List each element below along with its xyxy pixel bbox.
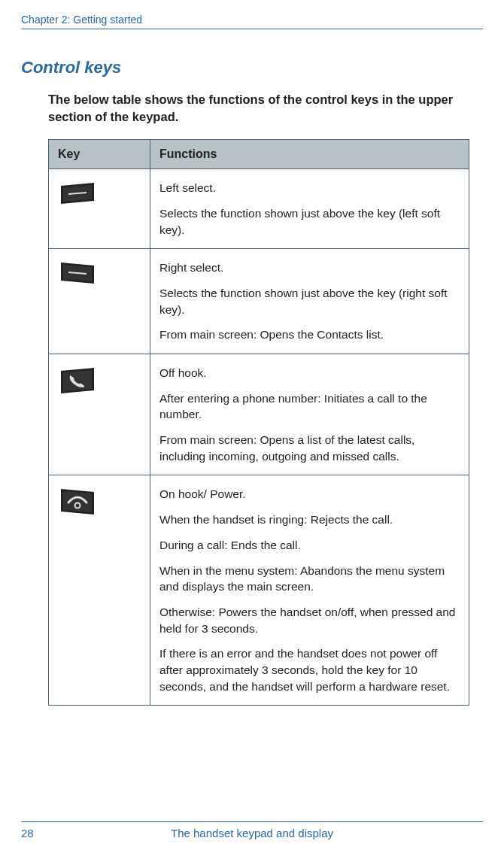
page-number: 28 [21,827,48,839]
cell-text: After entering a phone number: Initiates… [159,390,460,423]
table-row: Off hook. After entering a phone number:… [49,354,469,475]
page-footer: 28 The handset keypad and display [21,821,483,850]
cell-text: Selects the function shown just above th… [159,285,460,317]
cell-text: During a call: Ends the call. [159,537,460,554]
cell-text: On hook/ Power. [159,486,460,502]
table-row: Left select. Selects the function shown … [49,169,469,249]
svg-marker-7 [63,370,92,391]
left-select-key-icon [59,183,96,210]
table-header-functions: Functions [150,140,469,169]
cell-text: From main screen: Opens the Contacts lis… [159,326,460,343]
table-row: On hook/ Power. When the handset is ring… [49,475,469,706]
cell-text: Otherwise: Powers the handset on/off, wh… [159,604,460,636]
cell-text: Left select. [159,180,460,196]
control-keys-table: Key Functions Left select. [48,139,469,706]
table-header-key: Key [49,140,150,169]
cell-text: When the handset is ringing: Rejects the… [159,512,460,528]
svg-marker-9 [63,491,92,512]
cell-text: Right select. [159,260,460,276]
footer-title: The handset keypad and display [48,827,483,839]
table-row: Right select. Selects the function shown… [49,249,469,354]
section-intro: The below table shows the functions of t… [48,91,483,126]
cell-text: When in the menu system: Abandons the me… [159,563,460,595]
cell-text: From main screen: Opens a list of the la… [159,432,460,464]
off-hook-key-icon [59,368,96,399]
chapter-header: Chapter 2: Getting started [21,14,483,29]
on-hook-power-key-icon [59,489,96,521]
cell-text: Selects the function shown just above th… [159,205,460,238]
section-title: Control keys [21,58,483,77]
cell-text: Off hook. [159,365,460,381]
right-select-key-icon [59,263,96,290]
cell-text: If there is an error and the handset doe… [159,645,460,694]
